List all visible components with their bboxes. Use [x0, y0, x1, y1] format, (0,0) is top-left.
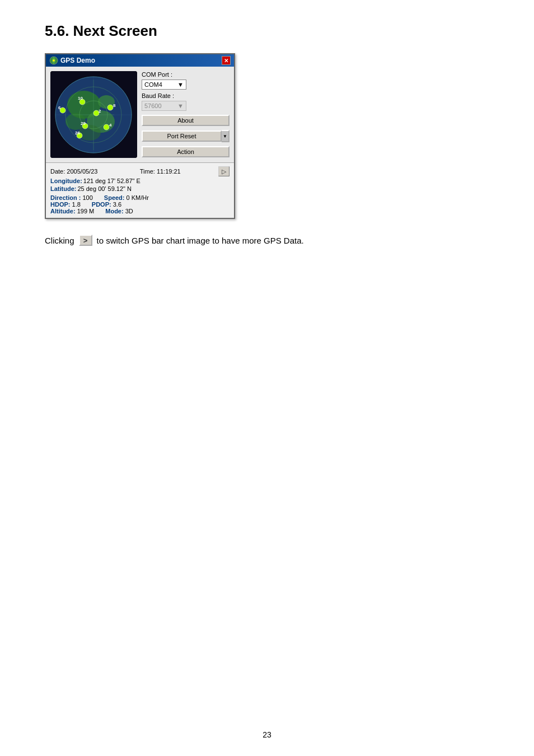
mode-stat: Mode: 3D — [105, 208, 133, 214]
about-button[interactable]: About — [142, 115, 229, 126]
altitude-stat: Altitude: 199 M — [50, 208, 94, 214]
baud-rate-dropdown: 57600 ▼ — [142, 101, 186, 111]
inline-switch-button[interactable]: > — [79, 235, 92, 246]
page-number: 23 — [263, 730, 271, 739]
hdop-stat: HDOP: 1.8 — [50, 201, 81, 208]
svg-text:8: 8 — [113, 103, 116, 108]
gps-data-section: Date: 2005/05/23 Time: 11:19:21 ▷ Longit… — [46, 162, 234, 218]
port-reset-row: Port Reset ▼ — [142, 130, 229, 142]
port-reset-button[interactable]: Port Reset — [142, 130, 222, 142]
baud-rate-label: Baud Rate : — [142, 92, 229, 99]
com-port-dropdown[interactable]: COM4 ▼ — [142, 80, 186, 90]
svg-text:29: 29 — [81, 121, 86, 126]
titlebar-left: GPS Demo — [49, 56, 95, 65]
longitude-row: Longitude: 121 deg 17' 52.87" E — [50, 178, 229, 184]
pdop-stat: PDOP: 3.6 — [92, 201, 121, 208]
baud-rate-row: 57600 ▼ — [142, 101, 229, 111]
window-title: GPS Demo — [60, 57, 95, 64]
instruction-prefix: Clicking — [45, 236, 74, 245]
gps-body: 6 10 2 8 29 26 — [46, 67, 234, 162]
switch-button[interactable]: ▷ — [218, 166, 229, 176]
svg-text:26: 26 — [75, 130, 80, 136]
com-port-row: COM4 ▼ — [142, 80, 229, 90]
stats-row1: Direction : 100 Speed: 0 KM/Hr — [50, 194, 229, 201]
com-port-label: COM Port : — [142, 71, 229, 78]
port-reset-dropdown-arrow[interactable]: ▼ — [222, 130, 229, 142]
direction-stat: Direction : 100 — [50, 194, 93, 201]
gps-demo-window: GPS Demo ✕ — [45, 53, 235, 219]
svg-text:4: 4 — [109, 123, 112, 128]
svg-text:6: 6 — [58, 105, 61, 110]
datetime-row: Date: 2005/05/23 Time: 11:19:21 ▷ — [50, 166, 229, 176]
right-panel: COM Port : COM4 ▼ Baud Rate : 57600 ▼ Ab… — [142, 71, 229, 158]
instruction-text: Clicking > to switch GPS bar chart image… — [45, 235, 489, 246]
stats-row2: HDOP: 1.8 PDOP: 3.6 — [50, 201, 229, 208]
speed-stat: Speed: 0 KM/Hr — [104, 194, 149, 201]
radar-display: 6 10 2 8 29 26 — [50, 71, 137, 158]
action-button[interactable]: Action — [142, 146, 229, 157]
section-title: 5.6. Next Screen — [45, 22, 489, 40]
stats-row3: Altitude: 199 M Mode: 3D — [50, 208, 229, 214]
svg-text:2: 2 — [99, 109, 101, 114]
gps-titlebar: GPS Demo ✕ — [46, 54, 234, 67]
close-button[interactable]: ✕ — [222, 56, 231, 65]
svg-point-8 — [78, 125, 101, 141]
svg-text:10: 10 — [78, 96, 83, 101]
stats-section: Direction : 100 Speed: 0 KM/Hr HDOP: 1.8… — [50, 194, 229, 214]
gps-app-icon — [49, 56, 58, 65]
time-label: Time: 11:19:21 — [140, 168, 181, 175]
latitude-row: Latitude: 25 deg 00' 59.12" N — [50, 185, 229, 192]
svg-point-29 — [104, 124, 109, 130]
svg-point-17 — [60, 108, 65, 113]
date-label: Date: 2005/05/23 — [50, 168, 97, 175]
svg-point-1 — [53, 59, 55, 62]
svg-point-23 — [107, 105, 113, 110]
instruction-suffix: to switch GPS bar chart image to have mo… — [97, 236, 304, 245]
globe-svg: 6 10 2 8 29 26 — [50, 71, 137, 158]
